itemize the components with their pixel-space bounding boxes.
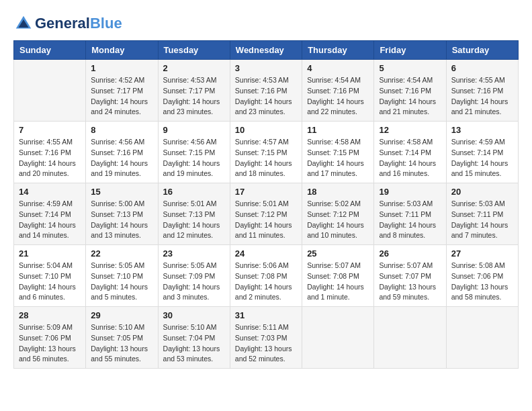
calendar-cell: 24Sunrise: 5:06 AMSunset: 7:08 PMDayligh…	[230, 245, 302, 307]
calendar-cell	[14, 60, 86, 122]
day-number: 27	[451, 248, 513, 259]
page-header: GeneralBlue	[13, 13, 519, 34]
day-info: Sunrise: 5:07 AMSunset: 7:07 PMDaylight:…	[379, 261, 441, 303]
calendar-cell: 20Sunrise: 5:03 AMSunset: 7:11 PMDayligh…	[446, 183, 518, 245]
calendar-cell: 18Sunrise: 5:02 AMSunset: 7:12 PMDayligh…	[302, 183, 374, 245]
calendar-cell: 21Sunrise: 5:04 AMSunset: 7:10 PMDayligh…	[14, 245, 86, 307]
day-number: 6	[451, 63, 513, 73]
day-info: Sunrise: 4:53 AMSunset: 7:16 PMDaylight:…	[235, 75, 297, 118]
day-number: 23	[163, 248, 225, 259]
day-info: Sunrise: 5:01 AMSunset: 7:12 PMDaylight:…	[235, 199, 297, 241]
calendar-cell: 27Sunrise: 5:08 AMSunset: 7:06 PMDayligh…	[446, 245, 518, 307]
weekday-header-row: SundayMondayTuesdayWednesdayThursdayFrid…	[14, 41, 519, 60]
day-number: 4	[307, 63, 369, 73]
weekday-header: Saturday	[446, 41, 518, 60]
weekday-header: Wednesday	[230, 41, 302, 60]
day-info: Sunrise: 4:56 AMSunset: 7:16 PMDaylight:…	[91, 137, 152, 179]
day-info: Sunrise: 5:07 AMSunset: 7:08 PMDaylight:…	[307, 261, 369, 303]
day-number: 13	[451, 125, 513, 135]
day-number: 31	[235, 310, 297, 320]
calendar-cell: 13Sunrise: 4:59 AMSunset: 7:14 PMDayligh…	[446, 122, 518, 183]
weekday-header: Sunday	[14, 41, 86, 60]
day-number: 19	[379, 187, 441, 197]
day-number: 10	[235, 125, 297, 135]
day-info: Sunrise: 5:05 AMSunset: 7:10 PMDaylight:…	[91, 261, 152, 303]
day-number: 20	[451, 187, 513, 197]
day-number: 3	[235, 63, 297, 73]
day-number: 29	[91, 310, 152, 320]
calendar-cell: 19Sunrise: 5:03 AMSunset: 7:11 PMDayligh…	[374, 183, 446, 245]
calendar-cell: 16Sunrise: 5:01 AMSunset: 7:13 PMDayligh…	[158, 183, 230, 245]
day-info: Sunrise: 5:09 AMSunset: 7:06 PMDaylight:…	[19, 322, 81, 365]
day-number: 11	[307, 125, 369, 135]
calendar-cell: 10Sunrise: 4:57 AMSunset: 7:15 PMDayligh…	[230, 122, 302, 183]
day-info: Sunrise: 5:03 AMSunset: 7:11 PMDaylight:…	[379, 199, 441, 241]
weekday-header: Friday	[374, 41, 446, 60]
calendar-cell: 11Sunrise: 4:58 AMSunset: 7:15 PMDayligh…	[302, 122, 374, 183]
day-number: 16	[163, 187, 225, 197]
day-number: 8	[91, 125, 152, 135]
logo-text: GeneralBlue	[35, 15, 122, 32]
calendar-cell: 17Sunrise: 5:01 AMSunset: 7:12 PMDayligh…	[230, 183, 302, 245]
calendar-week-row: 7Sunrise: 4:55 AMSunset: 7:16 PMDaylight…	[14, 122, 519, 183]
day-info: Sunrise: 5:00 AMSunset: 7:13 PMDaylight:…	[91, 199, 152, 241]
day-number: 18	[307, 187, 369, 197]
day-info: Sunrise: 4:54 AMSunset: 7:16 PMDaylight:…	[379, 75, 441, 118]
day-number: 22	[91, 248, 152, 259]
day-info: Sunrise: 4:57 AMSunset: 7:15 PMDaylight:…	[235, 137, 297, 179]
day-info: Sunrise: 4:52 AMSunset: 7:17 PMDaylight:…	[91, 75, 152, 118]
calendar-cell: 22Sunrise: 5:05 AMSunset: 7:10 PMDayligh…	[86, 245, 158, 307]
day-number: 1	[91, 63, 152, 73]
day-number: 7	[19, 125, 81, 135]
day-number: 24	[235, 248, 297, 259]
day-info: Sunrise: 5:08 AMSunset: 7:06 PMDaylight:…	[451, 261, 513, 303]
day-number: 5	[379, 63, 441, 73]
day-number: 17	[235, 187, 297, 197]
day-info: Sunrise: 5:11 AMSunset: 7:03 PMDaylight:…	[235, 322, 297, 365]
day-info: Sunrise: 4:55 AMSunset: 7:16 PMDaylight:…	[451, 75, 513, 118]
day-info: Sunrise: 5:06 AMSunset: 7:08 PMDaylight:…	[235, 261, 297, 303]
day-number: 21	[19, 248, 81, 259]
calendar-cell: 15Sunrise: 5:00 AMSunset: 7:13 PMDayligh…	[86, 183, 158, 245]
calendar-cell: 8Sunrise: 4:56 AMSunset: 7:16 PMDaylight…	[86, 122, 158, 183]
day-info: Sunrise: 4:56 AMSunset: 7:15 PMDaylight:…	[163, 137, 225, 179]
calendar-table: SundayMondayTuesdayWednesdayThursdayFrid…	[13, 40, 519, 369]
day-number: 14	[19, 187, 81, 197]
day-info: Sunrise: 4:58 AMSunset: 7:15 PMDaylight:…	[307, 137, 369, 179]
day-info: Sunrise: 4:54 AMSunset: 7:16 PMDaylight:…	[307, 75, 369, 118]
day-number: 2	[163, 63, 225, 73]
day-info: Sunrise: 4:53 AMSunset: 7:17 PMDaylight:…	[163, 75, 225, 118]
day-info: Sunrise: 4:59 AMSunset: 7:14 PMDaylight:…	[451, 137, 513, 179]
day-info: Sunrise: 4:55 AMSunset: 7:16 PMDaylight:…	[19, 137, 81, 179]
day-number: 12	[379, 125, 441, 135]
calendar-cell	[302, 307, 374, 369]
calendar-week-row: 14Sunrise: 4:59 AMSunset: 7:14 PMDayligh…	[14, 183, 519, 245]
calendar-cell: 30Sunrise: 5:10 AMSunset: 7:04 PMDayligh…	[158, 307, 230, 369]
weekday-header: Thursday	[302, 41, 374, 60]
weekday-header: Monday	[86, 41, 158, 60]
calendar-cell: 2Sunrise: 4:53 AMSunset: 7:17 PMDaylight…	[158, 60, 230, 122]
weekday-header: Tuesday	[158, 41, 230, 60]
calendar-cell: 4Sunrise: 4:54 AMSunset: 7:16 PMDaylight…	[302, 60, 374, 122]
calendar-cell: 5Sunrise: 4:54 AMSunset: 7:16 PMDaylight…	[374, 60, 446, 122]
day-info: Sunrise: 4:58 AMSunset: 7:14 PMDaylight:…	[379, 137, 441, 179]
day-number: 15	[91, 187, 152, 197]
logo-icon	[13, 13, 34, 34]
calendar-week-row: 28Sunrise: 5:09 AMSunset: 7:06 PMDayligh…	[14, 307, 519, 369]
day-number: 28	[19, 310, 81, 320]
day-number: 26	[379, 248, 441, 259]
calendar-cell: 12Sunrise: 4:58 AMSunset: 7:14 PMDayligh…	[374, 122, 446, 183]
calendar-cell: 28Sunrise: 5:09 AMSunset: 7:06 PMDayligh…	[14, 307, 86, 369]
calendar-cell	[446, 307, 518, 369]
calendar-week-row: 21Sunrise: 5:04 AMSunset: 7:10 PMDayligh…	[14, 245, 519, 307]
calendar-cell: 1Sunrise: 4:52 AMSunset: 7:17 PMDaylight…	[86, 60, 158, 122]
calendar-cell: 9Sunrise: 4:56 AMSunset: 7:15 PMDaylight…	[158, 122, 230, 183]
calendar-cell: 7Sunrise: 4:55 AMSunset: 7:16 PMDaylight…	[14, 122, 86, 183]
calendar-cell: 6Sunrise: 4:55 AMSunset: 7:16 PMDaylight…	[446, 60, 518, 122]
day-number: 25	[307, 248, 369, 259]
calendar-cell: 26Sunrise: 5:07 AMSunset: 7:07 PMDayligh…	[374, 245, 446, 307]
day-info: Sunrise: 5:03 AMSunset: 7:11 PMDaylight:…	[451, 199, 513, 241]
day-info: Sunrise: 5:10 AMSunset: 7:05 PMDaylight:…	[91, 322, 152, 365]
calendar-cell: 23Sunrise: 5:05 AMSunset: 7:09 PMDayligh…	[158, 245, 230, 307]
day-info: Sunrise: 5:05 AMSunset: 7:09 PMDaylight:…	[163, 261, 225, 303]
